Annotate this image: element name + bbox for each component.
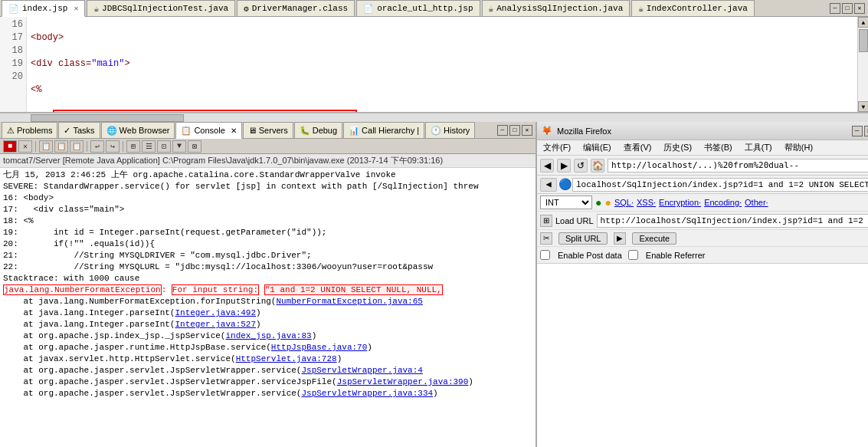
hackbar-row2: ⊞ Load URL <box>537 211 868 229</box>
webbrowser-icon: 🌐 <box>106 126 117 136</box>
tab-webbrowser[interactable]: 🌐 Web Browser <box>101 122 175 138</box>
tab-close-icon[interactable]: ✕ <box>74 4 78 13</box>
editor-vscrollbar[interactable]: ▲ ▼ <box>857 17 868 112</box>
console-line-8: 21: //String MYSQLDRIVER = "com.mysql.jd… <box>3 250 532 261</box>
console-line-4: 17: <div class="main"> <box>3 204 532 215</box>
callhierarchy-icon: 📊 <box>349 126 359 136</box>
firefox-addressbar: ◀ ▶ ↺ 🏠 + <box>537 156 868 176</box>
stop-button[interactable]: ■ <box>3 140 17 153</box>
ff-forward-button[interactable]: ▶ <box>557 159 571 173</box>
console-icon: 📋 <box>181 126 192 136</box>
ff-nav-url-text: localhost/SqlInjection/index.jsp?id=1 an… <box>576 180 868 189</box>
console-line-1: 七月 15, 2013 2:46:25 上午 org.apache.catali… <box>3 169 532 181</box>
ff-back-button[interactable]: ◀ <box>540 159 554 173</box>
close-button[interactable]: ✕ <box>854 3 865 14</box>
tab-label: DriverManager.class <box>252 4 348 13</box>
console-output[interactable]: 七月 15, 2013 2:46:25 上午 org.apache.catali… <box>0 168 536 447</box>
toolbar-separator2 <box>87 141 87 152</box>
ff-menu-help[interactable]: 帮助(H) <box>781 142 816 153</box>
console-st-7: at org.apache.jasper.servlet.JspServletW… <box>3 365 532 376</box>
console-st-4: at org.apache.jsp.index_jsp._jspService(… <box>3 330 532 342</box>
copy-button[interactable]: 📋 <box>39 140 53 153</box>
tab-problems[interactable]: ⚠ Problems <box>2 122 57 138</box>
hackbar-xss-link[interactable]: XSS· <box>637 198 656 207</box>
tab-indexcontroller[interactable]: ☕ IndexController.java <box>631 0 755 16</box>
redo-button[interactable]: ↪ <box>106 140 120 153</box>
tab-tasks[interactable]: ✓ Tasks <box>58 122 100 138</box>
hackbar-sql-link[interactable]: SQL· <box>614 198 634 207</box>
history-icon: 🕐 <box>431 126 441 136</box>
scroll-up-arrow[interactable]: ▲ <box>858 17 868 28</box>
class-icon: ⚙ <box>244 4 249 14</box>
hackbar-spliturl-button[interactable]: Split URL <box>558 232 608 245</box>
tab-debug[interactable]: 🐛 Debug <box>294 122 342 138</box>
close2-button[interactable]: ⊠ <box>188 140 201 153</box>
panel-min-button[interactable]: ─ <box>497 125 508 136</box>
tab-label: index.jsp <box>22 4 67 13</box>
tasks-label: Tasks <box>73 126 94 135</box>
expand-button[interactable]: ⊡ <box>157 140 171 153</box>
hackbar-referrer-checkbox[interactable] <box>628 250 638 260</box>
minimize-button[interactable]: ─ <box>830 3 840 14</box>
code-content[interactable]: <body> <div class="main"> <% int id = In… <box>28 17 857 112</box>
hackbar-execute-button[interactable]: Execute <box>632 232 676 245</box>
ff-menu-history[interactable]: 历史(S) <box>660 142 695 153</box>
paste-button[interactable]: 📋 <box>54 140 68 153</box>
ff-home-button[interactable]: 🏠 <box>591 159 604 173</box>
hackbar-type-select[interactable]: INT STRING <box>540 196 592 209</box>
console-st-8: at org.apache.jasper.servlet.JspServletW… <box>3 376 532 388</box>
console-line-5: 18: <% <box>3 215 532 227</box>
tab-analysis[interactable]: ☕ AnalysisSqlInjection.java <box>482 0 631 16</box>
hackbar-url-input[interactable] <box>597 214 868 228</box>
ff-menu-bookmarks[interactable]: 书签(B) <box>701 142 735 153</box>
webbrowser-label: Web Browser <box>120 126 170 135</box>
editor-hscrollbar[interactable] <box>0 113 868 122</box>
ff-max-button[interactable]: □ <box>864 126 868 136</box>
scroll-down-arrow[interactable]: ▼ <box>858 101 868 112</box>
hackbar-encoding-link[interactable]: Encoding· <box>704 198 742 207</box>
java3-icon: ☕ <box>638 4 644 14</box>
scroll-thumb[interactable] <box>859 29 868 52</box>
grid-button[interactable]: ⊞ <box>126 140 140 153</box>
tab-history[interactable]: 🕐 History <box>425 122 475 138</box>
ff-menu-edit[interactable]: 编辑(E) <box>580 142 614 153</box>
maximize-button[interactable]: □ <box>842 3 853 14</box>
ff-address-input[interactable] <box>608 159 868 173</box>
ff-nav-back-button[interactable]: ◀ <box>540 178 557 192</box>
tab-servers[interactable]: 🖥 Servers <box>243 122 293 138</box>
terminate-button[interactable]: ✕ <box>18 140 32 153</box>
tab-oracle[interactable]: 📄 oracle_utl_http.jsp <box>356 0 480 16</box>
panel-close-button[interactable]: ✕ <box>522 125 532 136</box>
ff-refresh-button[interactable]: ↺ <box>574 159 588 173</box>
ff-menu-tools[interactable]: 工具(T) <box>742 142 775 153</box>
console-st-1: at java.lang.NumberFormatException.forIn… <box>3 296 532 307</box>
dropdown-button[interactable]: ▼ <box>172 140 186 153</box>
console-exception-line: java.lang.NumberFormatException: For inp… <box>3 284 532 296</box>
hackbar-other-link[interactable]: Other· <box>745 198 768 207</box>
line-numbers: 16 17 18 19 20 <box>0 17 27 112</box>
hackbar-row3: ✂ Split URL ▶ Execute <box>537 229 868 246</box>
ff-menu-view[interactable]: 查看(V) <box>621 142 655 153</box>
panel-max-button[interactable]: □ <box>509 125 520 136</box>
tab-driver[interactable]: ⚙ DriverManager.class <box>237 0 355 16</box>
ff-menu-file[interactable]: 文件(F) <box>540 142 574 153</box>
tab-console[interactable]: 📋 Console ✕ <box>175 122 241 139</box>
firefox-titlebar: 🦊 Mozilla Firefox ─ □ ✕ <box>537 122 868 140</box>
tasks-icon: ✓ <box>64 126 70 136</box>
clear-button[interactable]: 📋 <box>70 140 84 153</box>
tab-callhierarchy[interactable]: 📊 Call Hierarchy | <box>343 122 424 138</box>
ff-min-button[interactable]: ─ <box>852 126 863 136</box>
console-close-icon[interactable]: ✕ <box>231 127 237 135</box>
tab-jdbc[interactable]: ☕ JDBCSqlInjectionTest.java <box>87 0 235 16</box>
hackbar-referrer-label: Enable Referrer <box>646 251 706 260</box>
hackbar-encryption-link[interactable]: Encryption· <box>659 198 701 207</box>
hscroll-thumb[interactable] <box>31 114 184 122</box>
undo-button[interactable]: ↩ <box>90 140 104 153</box>
console-st-9: at org.apache.jasper.servlet.JspServletW… <box>3 388 532 399</box>
console-title-text: tomcat7/Server [Remote Java Application]… <box>3 156 443 165</box>
tab-index-jsp[interactable]: 📄 index.jsp ✕ <box>2 0 85 17</box>
hackbar-spliturl-icon: ✂ <box>540 232 552 245</box>
hackbar-postdata-checkbox[interactable] <box>540 250 550 260</box>
hackbar-row1: INT STRING ● ● SQL· XSS· Encryption· Enc… <box>537 194 868 211</box>
menu-button[interactable]: ☰ <box>142 140 156 153</box>
